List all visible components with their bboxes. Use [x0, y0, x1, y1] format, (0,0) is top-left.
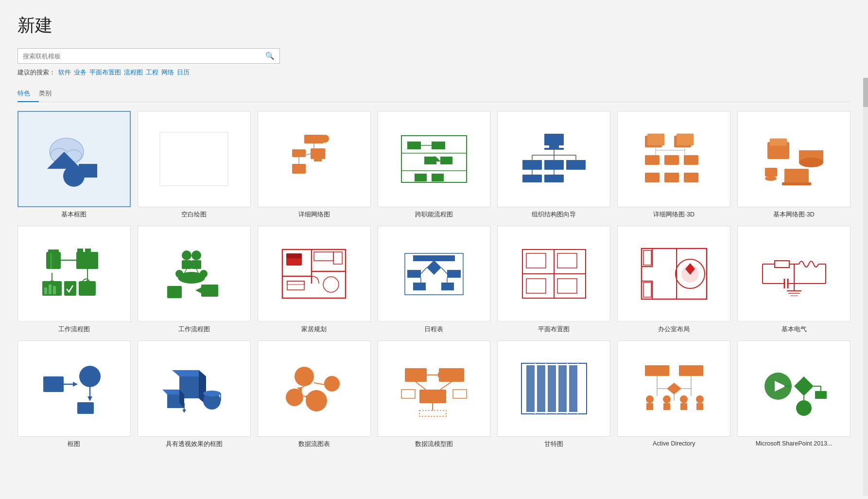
template-label-basic-electric: 基本电气: [737, 325, 851, 334]
template-frame-diagram[interactable]: 框图: [17, 340, 131, 448]
svg-line-182: [440, 382, 451, 390]
svg-rect-49: [664, 155, 679, 165]
tab-category[interactable]: 类别: [39, 86, 60, 102]
svg-rect-125: [557, 279, 577, 293]
template-blank[interactable]: 空白绘图: [138, 111, 251, 219]
template-office-layout[interactable]: 办公室布局: [617, 226, 730, 334]
template-sharepoint[interactable]: Microsoft SharePoint 2013...: [737, 340, 851, 448]
template-perspective-frame[interactable]: 具有透视效果的框图: [138, 340, 251, 448]
template-detailed-network[interactable]: 详细网络图: [258, 111, 371, 219]
svg-rect-37: [522, 160, 542, 170]
template-data-flow-table[interactable]: 数据流图表: [258, 340, 371, 448]
template-thumb-data-flow-table: [258, 340, 371, 437]
svg-rect-91: [167, 286, 182, 298]
search-bar: 🔍: [17, 48, 280, 64]
svg-point-86: [191, 250, 201, 260]
svg-rect-25: [440, 157, 452, 164]
svg-point-219: [796, 400, 812, 416]
template-thumb-blank: [138, 111, 251, 207]
page-title: 新建: [17, 14, 851, 37]
svg-rect-76: [49, 285, 52, 294]
template-label-blank: 空白绘图: [138, 211, 251, 219]
svg-rect-130: [643, 250, 651, 265]
svg-rect-48: [645, 155, 660, 165]
suggested-engineering[interactable]: 工程: [146, 69, 158, 77]
svg-rect-9: [311, 148, 325, 159]
template-basic-3d[interactable]: 基本网络图·3D: [737, 111, 851, 219]
svg-line-172: [314, 383, 325, 385]
tab-featured[interactable]: 特色: [17, 86, 39, 102]
template-thumb-gantt: [497, 340, 610, 437]
template-active-directory[interactable]: Active Directory: [617, 340, 730, 448]
suggested-floor[interactable]: 平面布置图: [89, 69, 121, 77]
template-thumb-schedule: [378, 226, 491, 322]
svg-rect-92: [201, 285, 218, 297]
svg-point-214: [696, 395, 704, 403]
svg-rect-147: [43, 376, 64, 392]
svg-rect-186: [453, 390, 467, 398]
template-gantt[interactable]: 甘特图: [497, 340, 610, 448]
svg-point-208: [646, 395, 654, 403]
template-org-chart[interactable]: 组织结构图向导: [497, 111, 610, 219]
template-floor-plan[interactable]: 平面布置图: [497, 226, 610, 334]
svg-marker-152: [87, 396, 92, 401]
svg-rect-38: [544, 160, 564, 170]
template-basic-electric[interactable]: 基本电气: [737, 226, 851, 334]
svg-marker-165: [182, 410, 186, 413]
template-thumb-basic-electric: [737, 226, 851, 322]
svg-point-161: [203, 391, 221, 396]
template-label-work-flow-2: 工作流程图: [138, 325, 251, 334]
svg-rect-70: [77, 249, 83, 253]
svg-point-84: [182, 250, 191, 260]
svg-rect-31: [544, 148, 564, 150]
suggested-network[interactable]: 网络: [161, 69, 174, 77]
template-work-flow-1[interactable]: 工作流程图: [17, 226, 131, 334]
svg-rect-209: [646, 403, 653, 410]
svg-rect-26: [415, 174, 427, 181]
template-basic-frame[interactable]: 基本框图: [17, 111, 131, 219]
template-label-floor-plan: 平面布置图: [497, 325, 610, 334]
template-label-cross-func: 跨职能流程图: [378, 211, 491, 219]
tabs: 特色 类别: [17, 86, 851, 102]
svg-rect-104: [287, 281, 304, 290]
template-label-basic-frame: 基本框图: [17, 211, 131, 219]
svg-rect-71: [85, 249, 91, 253]
template-data-flow-model[interactable]: 数据流模型图: [378, 340, 491, 448]
svg-rect-123: [557, 253, 577, 268]
search-input[interactable]: [18, 49, 260, 63]
template-label-org-chart: 组织结构图向导: [497, 211, 610, 219]
template-detailed-3d[interactable]: 详细网络图·3D: [617, 111, 730, 219]
template-home-plan[interactable]: 家居规划: [258, 226, 371, 334]
svg-point-166: [295, 367, 314, 386]
suggested-software[interactable]: 软件: [58, 69, 71, 77]
svg-point-212: [680, 395, 688, 403]
scrollbar-thumb[interactable]: [863, 78, 868, 107]
template-grid: 基本框图 空白绘图: [17, 111, 851, 448]
suggested-flow[interactable]: 流程图: [124, 69, 143, 77]
svg-rect-77: [53, 286, 56, 294]
svg-rect-67: [48, 250, 59, 253]
scrollbar-track[interactable]: [863, 78, 868, 496]
svg-point-89: [175, 270, 183, 278]
svg-rect-131: [643, 283, 651, 297]
suggested-business[interactable]: 业务: [74, 69, 87, 77]
template-schedule[interactable]: 日程表: [378, 226, 491, 334]
template-thumb-basic-3d: [737, 111, 851, 207]
svg-rect-20: [407, 142, 421, 149]
suggested-calendar[interactable]: 日历: [177, 69, 190, 77]
template-label-detailed-network: 详细网络图: [258, 211, 371, 219]
svg-rect-78: [79, 281, 96, 296]
template-thumb-perspective-frame: [138, 340, 251, 437]
svg-rect-43: [544, 175, 564, 182]
svg-rect-83: [64, 281, 76, 296]
search-button[interactable]: 🔍: [260, 49, 279, 63]
template-label-work-flow-1: 工作流程图: [17, 325, 131, 334]
template-cross-func[interactable]: 跨职能流程图: [378, 111, 491, 219]
template-thumb-cross-func: [378, 111, 491, 207]
template-work-flow-2[interactable]: 工作流程图: [138, 226, 251, 334]
svg-rect-21: [432, 142, 445, 149]
svg-rect-215: [696, 403, 703, 410]
svg-rect-113: [413, 283, 426, 290]
svg-rect-176: [405, 368, 427, 382]
template-label-gantt: 甘特图: [497, 440, 610, 448]
